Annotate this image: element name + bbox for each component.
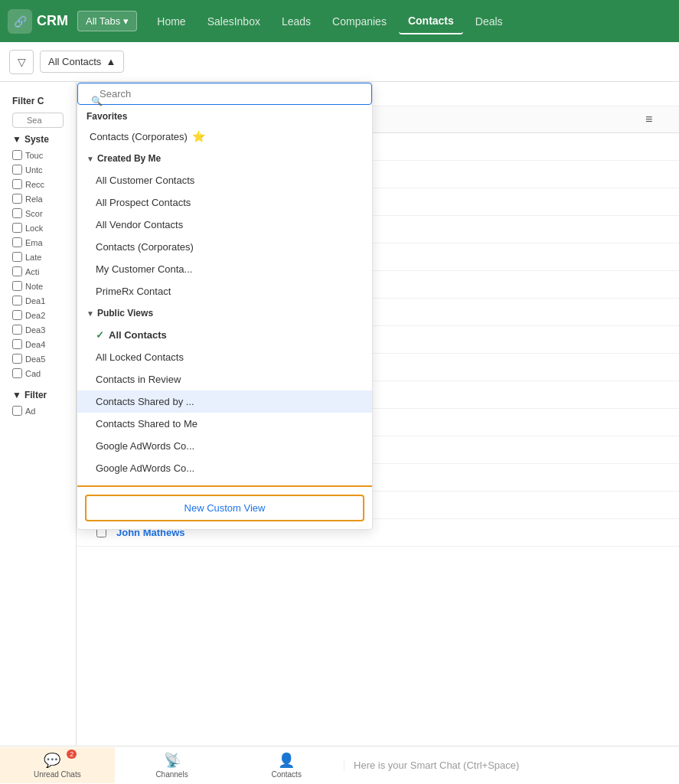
filter-label-lock: Lock <box>25 224 43 233</box>
filter-row-acti: Acti <box>6 264 70 279</box>
dropdown-search-icon: 🔍 <box>91 96 103 106</box>
filter-checkbox-cad[interactable] <box>12 368 22 378</box>
column-settings-icon[interactable]: ≡ <box>645 113 652 126</box>
shared-to-me-label: Contacts Shared to Me <box>96 418 197 430</box>
collapse-arrow: ▼ <box>12 134 21 145</box>
filter-label-recc: Recc <box>25 180 44 189</box>
system-label: Syste <box>24 134 49 145</box>
bottom-contacts[interactable]: 👤 Contacts <box>229 747 344 783</box>
google2-label: Google AdWords Co... <box>96 462 194 474</box>
view-dropdown: 🔍 Favorites Contacts (Corporates) ⭐ ▼ Cr… <box>77 82 373 530</box>
view-selector-button[interactable]: All Contacts ▲ <box>40 51 124 73</box>
crm-logo: 🔗 CRM <box>8 9 68 34</box>
dropdown-item-corporates[interactable]: Contacts (Corporates) <box>77 236 372 258</box>
filter-checkbox-untc[interactable] <box>12 165 22 175</box>
logo-text: CRM <box>37 13 68 29</box>
dropdown-item-corporates-fav[interactable]: Contacts (Corporates) ⭐ <box>77 125 372 148</box>
new-custom-view-button[interactable]: New Custom View <box>85 495 364 521</box>
filter-row-rela: Rela <box>6 191 70 206</box>
filter-checkbox-note[interactable] <box>12 281 22 291</box>
filter-checkbox-touch[interactable] <box>12 150 22 160</box>
corporates-fav-label: Contacts (Corporates) <box>90 131 188 142</box>
nav-deals[interactable]: Deals <box>466 9 512 34</box>
contacts-label: Contacts <box>271 770 301 779</box>
filter-row-touch: Touc <box>6 148 70 162</box>
system-section-header: ▼ Syste <box>6 131 70 148</box>
main-content: Filter C ▼ Syste Touc Untc Recc <box>0 82 679 746</box>
filter-button[interactable]: ▽ <box>9 50 34 74</box>
dropdown-item-review[interactable]: Contacts in Review <box>77 368 372 390</box>
dropdown-item-google1[interactable]: Google AdWords Co... <box>77 435 372 457</box>
filter-label-dea4: Dea4 <box>25 340 45 349</box>
nav-salesinbox[interactable]: SalesInbox <box>198 9 269 34</box>
nav-home[interactable]: Home <box>148 9 194 34</box>
filter-row-dea1: Dea1 <box>6 293 70 308</box>
public-views-group[interactable]: ▼ Public Views <box>77 302 372 324</box>
filter-search-input[interactable] <box>12 113 64 128</box>
bottom-unread-chats[interactable]: 💬 2 Unread Chats <box>0 747 115 783</box>
filter-row-dea5: Dea5 <box>6 351 70 366</box>
filter-checkbox-acti[interactable] <box>12 266 22 276</box>
dropdown-item-my-customer[interactable]: My Customer Conta... <box>77 258 372 280</box>
filter-checkbox-lock[interactable] <box>12 223 22 233</box>
smart-chat-bar[interactable]: Here is your Smart Chat (Ctrl+Space) <box>344 760 679 771</box>
dropdown-item-all-prospect[interactable]: All Prospect Contacts <box>77 191 372 214</box>
dropdown-search-input[interactable] <box>77 83 372 105</box>
all-customer-label: All Customer Contacts <box>96 175 194 186</box>
second-bar: ▽ All Contacts ▲ <box>0 42 679 82</box>
filter-label-note: Note <box>25 282 43 291</box>
public-views-arrow: ▼ <box>87 309 94 318</box>
filter-label-untc: Untc <box>25 165 43 175</box>
all-contacts-label: All Contacts <box>109 329 167 341</box>
unread-chats-wrap: 💬 2 <box>44 752 70 769</box>
dropdown-item-locked[interactable]: All Locked Contacts <box>77 346 372 368</box>
favorites-label: Favorites <box>87 111 127 122</box>
filter-checkbox-ad[interactable] <box>12 406 22 416</box>
all-tabs-button[interactable]: All Tabs ▾ <box>77 11 137 31</box>
review-label: Contacts in Review <box>96 374 181 385</box>
bottom-channels[interactable]: 📡 Channels <box>115 747 230 783</box>
nav-companies[interactable]: Companies <box>323 9 396 34</box>
filter-checkbox-dea5[interactable] <box>12 354 22 364</box>
filter-checkbox-scor[interactable] <box>12 208 22 218</box>
filter-row-scor: Scor <box>6 206 70 220</box>
my-customer-label: My Customer Conta... <box>96 263 192 275</box>
nav-leads[interactable]: Leads <box>273 9 320 34</box>
filter-label-dea2: Dea2 <box>25 311 45 320</box>
filter-checkbox-rela[interactable] <box>12 194 22 204</box>
new-custom-view-container: New Custom View <box>77 485 372 529</box>
channels-icon: 📡 <box>164 752 181 769</box>
dropdown-search-container: 🔍 <box>77 83 372 105</box>
shared-by-label: Contacts Shared by ... <box>96 396 194 407</box>
filter-label-touch: Touc <box>25 151 43 160</box>
filter-checkbox-dea2[interactable] <box>12 310 22 320</box>
view-selector-arrow: ▲ <box>106 56 116 67</box>
nav-contacts[interactable]: Contacts <box>399 8 463 34</box>
dropdown-item-all-contacts[interactable]: ✓ All Contacts <box>77 324 372 346</box>
filter-label-rela: Rela <box>25 194 43 204</box>
filter-checkbox-dea4[interactable] <box>12 339 22 349</box>
check-mark-icon: ✓ <box>96 329 104 341</box>
filter-panel-title: Filter C <box>6 93 70 109</box>
created-by-me-group[interactable]: ▼ Created By Me <box>77 148 372 169</box>
chat-icon: 💬 <box>44 752 60 769</box>
dropdown-item-primerx[interactable]: PrimeRx Contact <box>77 280 372 302</box>
filter-label-ema: Ema <box>25 238 43 247</box>
filter-label-dea3: Dea3 <box>25 325 45 335</box>
filter-row-note: Note <box>6 279 70 293</box>
smart-chat-text: Here is your Smart Chat (Ctrl+Space) <box>354 760 519 771</box>
filter-row-recc: Recc <box>6 177 70 191</box>
filter-checkbox-recc[interactable] <box>12 179 22 189</box>
dropdown-item-all-vendor[interactable]: All Vendor Contacts <box>77 214 372 236</box>
filter-fields-label: Filter <box>24 390 47 400</box>
dropdown-item-shared-by[interactable]: Contacts Shared by ... <box>77 390 372 413</box>
filter-checkbox-dea3[interactable] <box>12 325 22 335</box>
filter-row-untc: Untc <box>6 162 70 177</box>
dropdown-item-shared-to-me[interactable]: Contacts Shared to Me <box>77 413 372 435</box>
filter-checkbox-dea1[interactable] <box>12 296 22 305</box>
dropdown-scroll-space <box>77 479 372 485</box>
filter-checkbox-ema[interactable] <box>12 237 22 247</box>
dropdown-item-all-customer[interactable]: All Customer Contacts <box>77 169 372 191</box>
dropdown-item-google2[interactable]: Google AdWords Co... <box>77 457 372 479</box>
filter-checkbox-late[interactable] <box>12 252 22 262</box>
